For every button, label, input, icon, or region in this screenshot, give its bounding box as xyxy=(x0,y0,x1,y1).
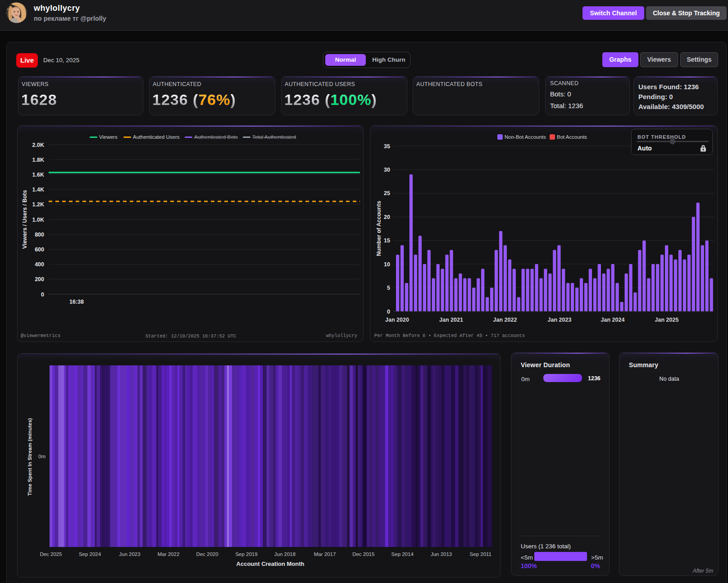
svg-text:1.6K: 1.6K xyxy=(32,172,44,178)
svg-text:0: 0 xyxy=(41,292,44,298)
svg-text:Sep 2011: Sep 2011 xyxy=(470,551,491,557)
svg-text:Dec 2025: Dec 2025 xyxy=(40,551,62,557)
svg-text:16:38: 16:38 xyxy=(69,299,84,305)
svg-text:Jun 2013: Jun 2013 xyxy=(431,551,452,557)
svg-text:1.0K: 1.0K xyxy=(32,217,44,223)
svg-text:Dec 2020: Dec 2020 xyxy=(196,551,218,557)
svg-text:Sep 2024: Sep 2024 xyxy=(79,551,101,557)
svg-text:Jan 2020: Jan 2020 xyxy=(385,317,409,323)
svg-text:Account Creation Month: Account Creation Month xyxy=(237,560,305,567)
svg-text:2.0K: 2.0K xyxy=(32,142,44,148)
svg-text:30: 30 xyxy=(384,167,390,173)
svg-text:Dec 2015: Dec 2015 xyxy=(352,551,374,557)
svg-text:200: 200 xyxy=(35,276,44,282)
svg-text:10: 10 xyxy=(384,261,390,268)
svg-text:Time Spent In Stream (minutes): Time Spent In Stream (minutes) xyxy=(27,418,32,496)
svg-text:Jan 2025: Jan 2025 xyxy=(655,317,679,323)
svg-text:Sep 2014: Sep 2014 xyxy=(391,551,414,557)
svg-text:1.8K: 1.8K xyxy=(32,157,44,163)
svg-text:400: 400 xyxy=(35,261,44,268)
svg-text:800: 800 xyxy=(35,232,44,238)
svg-text:35: 35 xyxy=(384,143,390,150)
svg-text:1.4K: 1.4K xyxy=(32,187,44,193)
svg-text:Jan 2023: Jan 2023 xyxy=(548,317,572,323)
svg-text:25: 25 xyxy=(384,190,390,196)
svg-text:Viewers / Users / Bots: Viewers / Users / Bots xyxy=(22,190,28,249)
svg-text:20: 20 xyxy=(384,214,390,220)
svg-text:0m: 0m xyxy=(38,454,46,459)
svg-text:Mar 2017: Mar 2017 xyxy=(314,551,336,557)
svg-text:Jun 2018: Jun 2018 xyxy=(274,551,296,557)
svg-text:0: 0 xyxy=(387,309,390,315)
svg-text:Jan 2021: Jan 2021 xyxy=(439,317,463,323)
svg-text:600: 600 xyxy=(35,246,44,253)
svg-text:1.2K: 1.2K xyxy=(32,201,44,208)
svg-text:Jun 2023: Jun 2023 xyxy=(119,551,140,557)
svg-text:Sep 2019: Sep 2019 xyxy=(235,551,257,557)
svg-text:Jan 2022: Jan 2022 xyxy=(493,317,517,323)
svg-text:5: 5 xyxy=(387,285,390,291)
svg-text:15: 15 xyxy=(384,237,390,244)
svg-text:Jan 2024: Jan 2024 xyxy=(601,317,625,323)
svg-text:Number of Accounts: Number of Accounts xyxy=(376,201,382,256)
svg-text:Mar 2022: Mar 2022 xyxy=(158,551,180,557)
